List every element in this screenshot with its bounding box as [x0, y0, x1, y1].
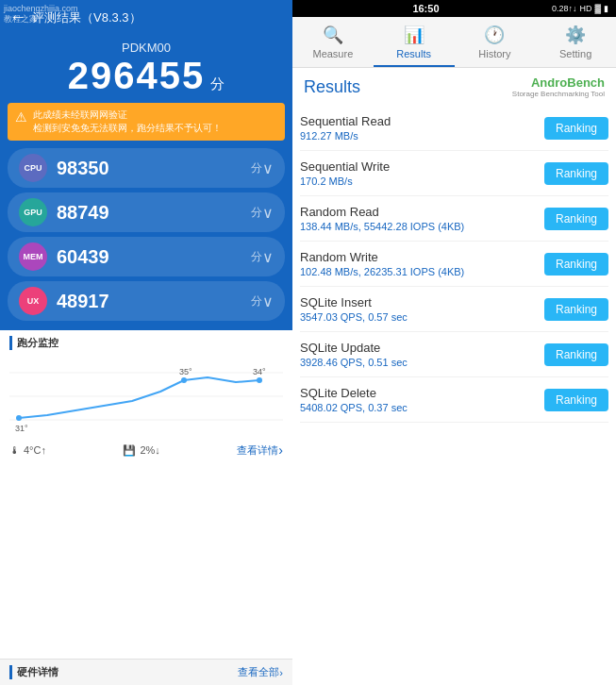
result-value: 138.44 MB/s, 55442.28 IOPS (4KB) [300, 221, 544, 232]
history-icon: 🕐 [484, 25, 505, 45]
mem-card[interactable]: MEM 60439 分 ∨ [8, 237, 285, 276]
ux-card[interactable]: UX 48917 分 ∨ [8, 281, 285, 321]
measure-icon: 🔍 [323, 25, 343, 45]
results-icon: 📊 [404, 25, 425, 45]
svg-text:31°: 31° [15, 424, 28, 433]
result-name: Sequential Write [300, 159, 544, 174]
result-row: SQLite Delete 5408.02 QPS, 0.37 sec Rank… [300, 377, 608, 423]
svg-text:35°: 35° [179, 367, 192, 376]
total-score: 296455 [68, 55, 205, 96]
signal-text: 0.28↑↓ [552, 4, 577, 13]
svg-text:34°: 34° [253, 367, 266, 376]
results-header: Results AndroBench Storage Benchmarking … [292, 68, 616, 106]
tab-setting-label: Setting [559, 48, 591, 59]
warning-box: ⚠ 此成绩未经联网网验证 检测到安免免无法联网，跑分结果不予认可！ [8, 103, 285, 141]
ranking-button[interactable]: Ranking [544, 208, 608, 230]
result-name: SQLite Update [300, 341, 544, 355]
ux-badge: UX [19, 287, 47, 315]
results-list: Sequential Read 912.27 MB/s Ranking Sequ… [292, 106, 616, 685]
ranking-button[interactable]: Ranking [544, 253, 608, 276]
cpu-unit: 分 [251, 160, 262, 176]
mem-chevron: ∨ [262, 248, 274, 266]
temp-info: 🌡 4°C↑ [9, 444, 46, 456]
result-row: SQLite Update 3928.46 QPS, 0.51 sec Rank… [300, 332, 608, 377]
result-row: Random Write 102.48 MB/s, 26235.31 IOPS … [300, 242, 608, 287]
score-cards: CPU 98350 分 ∨ GPU 88749 分 ∨ MEM 60439 分 … [0, 144, 292, 325]
ux-unit: 分 [251, 293, 262, 309]
chart-area: 31° 35° 34° [9, 354, 283, 439]
temp-chart: 31° 35° 34° [9, 354, 283, 439]
tab-history-label: History [478, 48, 510, 59]
ranking-button[interactable]: Ranking [544, 162, 608, 185]
warning-icon: ⚠ [15, 109, 27, 125]
ux-score: 48917 [57, 291, 247, 312]
result-name: SQLite Insert [300, 295, 544, 309]
tab-history[interactable]: 🕐 History [455, 17, 536, 67]
results-title: Results [304, 77, 360, 97]
tab-measure-label: Measure [312, 48, 353, 59]
ranking-button[interactable]: Ranking [544, 389, 608, 411]
result-row: SQLite Insert 3547.03 QPS, 0.57 sec Rank… [300, 287, 608, 332]
right-panel: 16:50 0.28↑↓ HD ▓ ▮ 🔍 Measure 📊 Results … [292, 0, 616, 685]
ranking-button[interactable]: Ranking [544, 117, 608, 140]
tab-setting[interactable]: ⚙️ Setting [535, 17, 616, 67]
hardware-title: 硬件详情 [9, 665, 58, 679]
androbench-logo: AndroBench Storage Benchmarking Tool [512, 75, 605, 98]
temp-value: 4°C↑ [24, 444, 46, 456]
cpu-chevron: ∨ [262, 159, 274, 177]
result-info: Random Read 138.44 MB/s, 55442.28 IOPS (… [300, 205, 544, 232]
hw-arrow-icon: › [279, 667, 283, 678]
warning-line2: 检测到安免免无法联网，跑分结果不予认可！ [33, 122, 222, 135]
mem-unit: 分 [251, 249, 262, 265]
result-row: Sequential Read 912.27 MB/s Ranking [300, 106, 608, 151]
hd-badge: HD [579, 4, 591, 13]
andro-logo-andro: Andro [531, 75, 567, 90]
result-name: Random Write [300, 250, 544, 264]
cpu-score: 98350 [57, 158, 247, 179]
result-info: SQLite Insert 3547.03 QPS, 0.57 sec [300, 295, 544, 323]
result-value: 5408.02 QPS, 0.37 sec [300, 402, 544, 413]
status-time: 16:50 [412, 3, 439, 14]
wifi-icon: ▓ [594, 4, 601, 13]
status-icons: 0.28↑↓ HD ▓ ▮ [552, 4, 608, 13]
tab-measure[interactable]: 🔍 Measure [292, 17, 374, 67]
hardware-link[interactable]: 查看全部 › [238, 665, 283, 679]
gpu-score: 88749 [57, 202, 247, 224]
result-info: Sequential Write 170.2 MB/s [300, 159, 544, 187]
result-value: 3547.03 QPS, 0.57 sec [300, 311, 544, 323]
tab-results[interactable]: 📊 Results [374, 17, 455, 67]
mem-value: 2%↓ [140, 444, 159, 456]
result-name: Sequential Read [300, 114, 544, 128]
detail-link[interactable]: 查看详情 › [237, 443, 283, 458]
result-value: 170.2 MB/s [300, 175, 544, 187]
svg-point-5 [181, 377, 187, 383]
monitor-footer: 🌡 4°C↑ 💾 2%↓ 查看详情 › [9, 443, 283, 458]
andro-logo-name: AndroBench [531, 75, 605, 90]
device-name: PDKM00 [0, 41, 292, 55]
status-bar: 16:50 0.28↑↓ HD ▓ ▮ [292, 0, 616, 17]
result-info: Sequential Read 912.27 MB/s [300, 114, 544, 142]
result-name: Random Read [300, 205, 544, 219]
ranking-button[interactable]: Ranking [544, 298, 608, 321]
result-info: SQLite Update 3928.46 QPS, 0.51 sec [300, 341, 544, 368]
mem-badge: MEM [19, 242, 47, 271]
andro-logo-bench: Bench [567, 75, 605, 90]
cpu-card[interactable]: CPU 98350 分 ∨ [8, 148, 285, 188]
result-info: SQLite Delete 5408.02 QPS, 0.37 sec [300, 386, 544, 413]
warning-line1: 此成绩未经联网网验证 [33, 109, 222, 122]
result-name: SQLite Delete [300, 386, 544, 400]
mem-score: 60439 [57, 246, 247, 268]
ux-chevron: ∨ [262, 292, 274, 310]
tab-results-label: Results [396, 48, 431, 59]
watermark: jiaochengzhijia.com教程之家 [4, 4, 78, 25]
andro-subtitle: Storage Benchmarking Tool [512, 90, 605, 98]
gpu-chevron: ∨ [262, 204, 274, 222]
result-value: 912.27 MB/s [300, 130, 544, 142]
svg-point-4 [257, 377, 262, 383]
gpu-badge: GPU [19, 198, 47, 226]
gpu-card[interactable]: GPU 88749 分 ∨ [8, 192, 285, 232]
mem-info: 💾 2%↓ [123, 444, 159, 457]
setting-icon: ⚙️ [565, 25, 586, 45]
cpu-badge: CPU [19, 154, 47, 182]
ranking-button[interactable]: Ranking [544, 343, 608, 366]
